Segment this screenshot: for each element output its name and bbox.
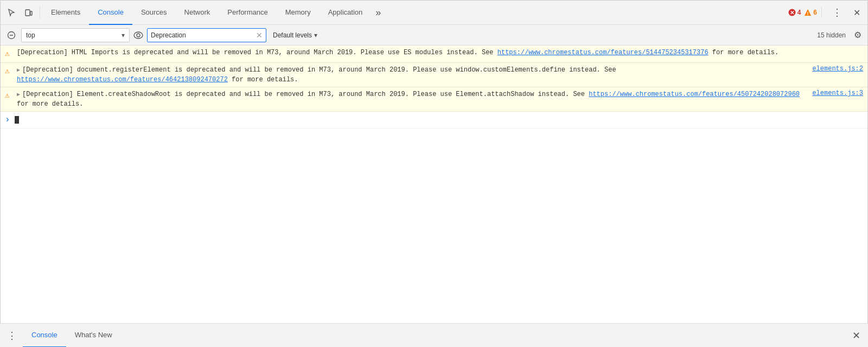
top-right-buttons: ⋮ ✕ (828, 4, 865, 21)
bottom-menu-btn[interactable]: ⋮ (4, 328, 20, 343)
log-levels-btn[interactable]: Default levels ▾ (267, 28, 323, 42)
log-text-2: ▶[Deprecation] document.registerElement … (17, 65, 806, 85)
bottom-tab-console[interactable]: Console (23, 324, 66, 348)
context-chevron-icon: ▾ (122, 31, 125, 39)
log-source-3[interactable]: elements.js:3 (812, 89, 863, 97)
close-devtools-btn[interactable]: ✕ (848, 4, 865, 21)
prompt-line: › (1, 112, 867, 128)
tab-network[interactable]: Network (176, 1, 219, 25)
log-entry-3: ⚠ ▶[Deprecation] Element.createShadowRoo… (1, 87, 867, 112)
hidden-count-label: 15 hidden (817, 31, 849, 39)
bottom-tab-whats-new[interactable]: What's New (66, 324, 121, 348)
svg-text:✕: ✕ (790, 10, 794, 16)
clear-console-btn[interactable] (3, 27, 20, 44)
log-text-1: [Deprecation] HTML Imports is deprecated… (17, 48, 863, 57)
svg-point-9 (137, 34, 140, 37)
log-link-3[interactable]: https://www.chromestatus.com/features/45… (589, 91, 800, 98)
warn-triangle-icon: ! (804, 9, 812, 16)
filter-input[interactable] (151, 31, 256, 39)
levels-chevron-icon: ▾ (314, 31, 317, 39)
tab-application[interactable]: Application (320, 1, 372, 25)
prompt-cursor[interactable] (15, 116, 19, 124)
svg-text:!: ! (807, 11, 809, 16)
toolbar-divider-1 (40, 6, 40, 19)
cursor-icon-btn[interactable] (3, 4, 20, 21)
more-tabs-btn[interactable]: » (371, 7, 385, 18)
warn-badge[interactable]: ! 6 (804, 9, 817, 16)
log-text-3: ▶[Deprecation] Element.createShadowRoot … (17, 89, 806, 109)
warn-icon-1: ⚠ (5, 49, 14, 58)
expand-triangle-2[interactable]: ▶ (17, 66, 20, 74)
console-toolbar: top ▾ ✕ Default levels ▾ 15 hidden ⚙ (1, 25, 867, 46)
filter-input-wrap[interactable]: ✕ (147, 28, 266, 42)
error-badge[interactable]: ✕ 4 (788, 9, 801, 16)
bottom-close-btn[interactable]: ✕ (848, 328, 864, 343)
eye-icon (133, 31, 143, 39)
log-link-1[interactable]: https://www.chromestatus.com/features/51… (497, 49, 709, 56)
error-circle-icon: ✕ (788, 9, 796, 16)
more-options-btn[interactable]: ⋮ (828, 4, 846, 21)
warn-icon-3: ⚠ (5, 91, 14, 100)
console-content: ⚠ [Deprecation] HTML Imports is deprecat… (1, 46, 867, 324)
context-selector[interactable]: top ▾ (21, 28, 130, 42)
filter-clear-btn[interactable]: ✕ (256, 31, 263, 40)
prompt-chevron-icon: › (5, 115, 10, 125)
tab-performance[interactable]: Performance (219, 1, 276, 25)
tab-sources[interactable]: Sources (132, 1, 176, 25)
console-settings-btn[interactable]: ⚙ (850, 28, 865, 43)
svg-rect-0 (25, 10, 30, 16)
top-toolbar: Elements Console Sources Network Perform… (1, 1, 867, 25)
log-link-2[interactable]: https://www.chromestatus.com/features/46… (17, 76, 228, 83)
tab-elements[interactable]: Elements (42, 1, 89, 25)
svg-point-8 (134, 32, 143, 38)
eye-filter-btn[interactable] (131, 28, 146, 43)
warn-icon-2: ⚠ (5, 66, 14, 75)
bottom-bar: ⋮ Console What's New ✕ (0, 323, 868, 347)
expand-triangle-3[interactable]: ▶ (17, 91, 20, 99)
device-toggle-btn[interactable] (20, 4, 37, 21)
tab-memory[interactable]: Memory (277, 1, 320, 25)
clear-icon (7, 31, 16, 40)
badge-divider (821, 7, 822, 18)
svg-rect-1 (30, 11, 32, 15)
log-source-2[interactable]: elements.js:2 (812, 65, 863, 73)
tab-console[interactable]: Console (89, 1, 132, 25)
log-entry-2: ⚠ ▶[Deprecation] document.registerElemen… (1, 63, 867, 87)
log-entry-1: ⚠ [Deprecation] HTML Imports is deprecat… (1, 46, 867, 63)
